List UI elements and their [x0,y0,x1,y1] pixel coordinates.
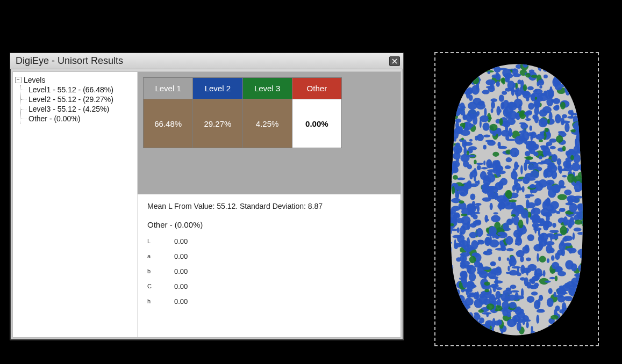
svg-point-792 [540,145,547,148]
close-button[interactable] [389,56,400,66]
svg-point-439 [548,325,553,328]
tree-item-level3[interactable]: Level3 - 55.12 - (4.25%) [21,104,135,114]
svg-point-799 [573,68,580,74]
svg-point-308 [582,178,588,187]
svg-point-382 [528,103,534,110]
svg-point-955 [541,234,544,242]
svg-point-985 [578,171,587,178]
svg-point-40 [578,164,588,172]
lab-value-a: 0.00 [174,252,206,260]
svg-point-932 [445,81,452,88]
svg-point-885 [579,217,582,220]
lab-row-b: b 0.00 [147,264,391,279]
svg-point-1036 [472,76,479,84]
svg-point-725 [445,281,451,285]
svg-point-861 [490,98,497,102]
svg-point-1170 [462,241,465,249]
svg-point-685 [550,146,556,149]
svg-point-1096 [443,258,452,263]
svg-point-930 [555,305,560,311]
svg-point-537 [519,130,526,134]
svg-point-546 [483,135,490,137]
svg-point-1085 [573,196,583,199]
svg-point-458 [494,280,503,283]
sample-image-icon [435,53,598,345]
svg-point-777 [447,317,452,319]
svg-point-996 [567,305,570,313]
svg-point-534 [506,248,514,251]
svg-point-925 [453,175,457,180]
dialog-titlebar[interactable]: DigiEye - Unisort Results [10,53,403,69]
svg-point-169 [580,278,589,285]
svg-point-160 [512,266,521,269]
svg-point-1077 [520,256,524,263]
svg-point-981 [496,287,502,290]
level1-header[interactable]: Level 1 [144,78,192,99]
tree-item-level1[interactable]: Level1 - 55.12 - (66.48%) [21,85,135,94]
svg-point-977 [523,84,527,91]
svg-point-575 [444,180,453,184]
svg-point-962 [548,325,553,329]
svg-point-868 [556,326,562,330]
svg-point-1191 [510,256,516,263]
svg-point-1189 [573,285,580,292]
other-header[interactable]: Other [292,78,341,99]
dialog-title: DigiEye - Unisort Results [16,55,123,67]
svg-point-640 [554,236,559,238]
svg-point-838 [520,165,523,174]
svg-point-1099 [458,301,467,305]
svg-point-1053 [473,98,482,105]
svg-point-976 [448,217,456,224]
svg-point-967 [457,326,461,330]
svg-point-789 [530,134,533,141]
svg-point-964 [514,178,518,187]
svg-point-971 [539,295,543,301]
tree-item-other[interactable]: Other - (0.00%) [21,114,135,123]
svg-point-990 [573,145,580,154]
segmented-sample-preview[interactable] [434,52,599,346]
svg-point-149 [586,328,588,331]
svg-point-510 [539,85,542,89]
unisort-results-dialog: DigiEye - Unisort Results − Levels Level… [10,53,404,340]
svg-point-744 [545,280,551,282]
svg-point-234 [490,288,492,295]
svg-point-713 [461,278,465,283]
svg-point-953 [484,282,490,286]
svg-point-431 [577,64,584,69]
svg-point-1066 [530,185,536,188]
svg-point-1052 [564,319,570,322]
svg-point-114 [569,86,574,91]
svg-point-815 [495,291,501,300]
svg-point-28 [566,66,571,73]
svg-point-16 [578,79,583,84]
svg-point-808 [573,154,581,163]
svg-point-341 [543,169,548,178]
svg-point-248 [520,265,525,274]
svg-point-960 [502,301,509,310]
svg-point-322 [477,67,481,76]
svg-point-1074 [496,81,500,87]
svg-point-9 [581,110,588,119]
svg-point-869 [469,246,475,250]
svg-point-843 [555,275,557,281]
svg-point-916 [560,225,567,235]
svg-point-1060 [447,324,456,329]
lab-row-a: a 0.00 [147,249,391,264]
svg-point-403 [469,232,477,238]
tree-collapse-icon[interactable]: − [15,77,22,83]
svg-point-444 [493,285,496,292]
info-area: Mean L From Value: 55.12. Standard Devia… [138,194,401,316]
level3-header[interactable]: Level 3 [243,78,292,99]
svg-point-826 [461,315,466,319]
svg-point-238 [578,66,582,75]
level2-header[interactable]: Level 2 [193,78,242,99]
svg-point-1136 [469,293,475,295]
svg-point-1184 [534,180,540,183]
tree-item-level2[interactable]: Level2 - 55.12 - (29.27%) [21,94,135,104]
svg-point-528 [447,256,452,259]
svg-point-385 [484,289,489,292]
svg-point-671 [471,325,477,333]
tree-root-levels[interactable]: − Levels [15,75,135,85]
svg-point-1166 [445,320,448,323]
svg-point-1048 [563,236,573,241]
